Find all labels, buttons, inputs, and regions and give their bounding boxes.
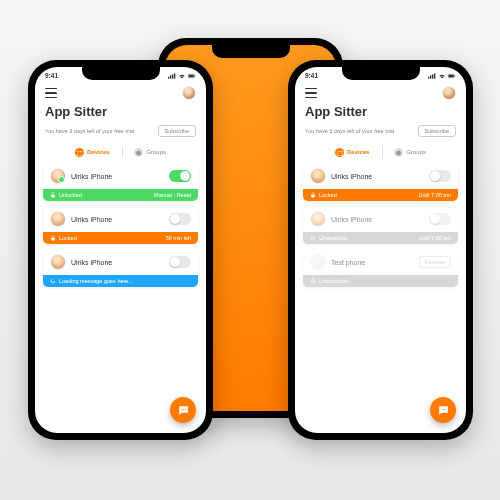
- status-right-a: Until 7:00 am: [419, 235, 451, 241]
- user-avatar[interactable]: [182, 86, 196, 100]
- unavailable-icon: [310, 235, 316, 241]
- trial-row: You have 3 days left of your free trial …: [295, 123, 466, 143]
- device-name: Ulriks iPhone: [331, 173, 372, 180]
- status-label: Locked: [59, 235, 77, 241]
- screen-left: 9:41 App Sitter You have 3 days left of …: [35, 67, 206, 433]
- svg-rect-14: [430, 75, 431, 78]
- header-bar: [35, 82, 206, 102]
- status-right-a[interactable]: Manual: [154, 192, 172, 198]
- subscribe-button[interactable]: Subscribe: [158, 125, 196, 137]
- device-row: Ulriks iPhone: [43, 249, 198, 275]
- device-name: Ulriks iPhone: [71, 216, 112, 223]
- tab-groups[interactable]: ⬣ Groups: [394, 148, 426, 157]
- remove-button[interactable]: Remove: [419, 256, 451, 268]
- tab-devices[interactable]: ⬚ Devices: [75, 148, 110, 157]
- tab-divider: [382, 147, 383, 157]
- svg-rect-13: [428, 76, 429, 78]
- device-name: Ulriks iPhone: [71, 173, 112, 180]
- tabs: ⬚ Devices ⬣ Groups: [295, 143, 466, 163]
- signal-icon: [428, 73, 436, 79]
- lock-icon: [310, 192, 316, 198]
- tabs: ⬚ Devices ⬣ Groups: [35, 143, 206, 163]
- device-avatar[interactable]: [50, 211, 66, 227]
- svg-line-24: [312, 280, 315, 283]
- device-toggle[interactable]: [169, 256, 191, 268]
- svg-rect-0: [168, 76, 169, 78]
- lock-icon: [50, 235, 56, 241]
- subscribe-button[interactable]: Subscribe: [418, 125, 456, 137]
- device-status-strip: Unavailable Until 7:00 am: [303, 232, 458, 244]
- device-card: Ulriks iPhone Locked 59 min left: [43, 206, 198, 244]
- svg-rect-18: [449, 74, 454, 76]
- tab-devices-label: Devices: [87, 149, 110, 155]
- tab-devices[interactable]: ⬚ Devices: [335, 148, 370, 157]
- signal-icon: [168, 73, 176, 79]
- device-name: Ulriks iPhone: [71, 259, 112, 266]
- svg-point-11: [182, 408, 183, 409]
- device-avatar[interactable]: [310, 254, 326, 270]
- screen-right: 9:41 App Sitter You have 3 days left of …: [295, 67, 466, 433]
- device-card: Ulriks iPhone Unavailable Until 7:00 am: [303, 206, 458, 244]
- status-right-b[interactable]: Reset: [177, 192, 191, 198]
- notch: [212, 45, 290, 58]
- device-card: Ulriks iPhone Unlocked Manual | Reset: [43, 163, 198, 201]
- status-label: Unavailable: [319, 278, 348, 284]
- status-label: Unavailable: [319, 235, 348, 241]
- svg-point-27: [444, 408, 445, 409]
- groups-icon: ⬣: [134, 148, 143, 157]
- device-left: Test phone: [310, 254, 365, 270]
- chat-fab[interactable]: [430, 397, 456, 423]
- devices-icon: ⬚: [75, 148, 84, 157]
- phone-left: 9:41 App Sitter You have 3 days left of …: [28, 60, 213, 440]
- status-label: Locked: [319, 192, 337, 198]
- svg-rect-19: [455, 75, 456, 76]
- trial-row: You have 3 days left of your free trial …: [35, 123, 206, 143]
- svg-rect-16: [434, 73, 435, 78]
- svg-rect-5: [189, 74, 194, 76]
- header-bar: [295, 82, 466, 102]
- groups-icon: ⬣: [394, 148, 403, 157]
- device-row: Ulriks iPhone: [43, 206, 198, 232]
- unlock-icon: [50, 192, 56, 198]
- tab-groups[interactable]: ⬣ Groups: [134, 148, 166, 157]
- notch: [342, 67, 420, 80]
- status-right-a: 59 min left: [166, 235, 191, 241]
- menu-icon[interactable]: [45, 88, 57, 98]
- device-toggle[interactable]: [429, 213, 451, 225]
- svg-rect-1: [170, 75, 171, 78]
- device-row: Ulriks iPhone: [43, 163, 198, 189]
- svg-rect-6: [195, 75, 196, 76]
- chat-icon: [177, 404, 190, 417]
- battery-icon: [448, 73, 456, 79]
- unavailable-icon: [310, 278, 316, 284]
- device-status-strip: Locked Until 7:00 am: [303, 189, 458, 201]
- battery-icon: [188, 73, 196, 79]
- svg-rect-8: [51, 238, 55, 241]
- svg-rect-15: [432, 74, 433, 78]
- svg-point-25: [441, 408, 442, 409]
- device-card: Ulriks iPhone Locked Until 7:00 am: [303, 163, 458, 201]
- device-toggle[interactable]: [169, 170, 191, 182]
- device-avatar[interactable]: [310, 211, 326, 227]
- device-left: Ulriks iPhone: [310, 168, 372, 184]
- device-left: Ulriks iPhone: [50, 254, 112, 270]
- page-title: App Sitter: [295, 102, 466, 123]
- wifi-icon: [178, 73, 186, 79]
- device-row: Ulriks iPhone: [303, 206, 458, 232]
- device-status-strip: Unavailable: [303, 275, 458, 287]
- status-time: 9:41: [305, 72, 318, 79]
- device-card: Ulriks iPhone Loading message goes here.…: [43, 249, 198, 287]
- menu-icon[interactable]: [305, 88, 317, 98]
- device-avatar[interactable]: [50, 254, 66, 270]
- device-left: Ulriks iPhone: [310, 211, 372, 227]
- wifi-icon: [438, 73, 446, 79]
- status-indicators: [428, 73, 456, 79]
- chat-fab[interactable]: [170, 397, 196, 423]
- device-toggle[interactable]: [169, 213, 191, 225]
- chat-icon: [437, 404, 450, 417]
- user-avatar[interactable]: [442, 86, 456, 100]
- device-avatar[interactable]: [50, 168, 66, 184]
- device-toggle[interactable]: [429, 170, 451, 182]
- status-time: 9:41: [45, 72, 58, 79]
- device-avatar[interactable]: [310, 168, 326, 184]
